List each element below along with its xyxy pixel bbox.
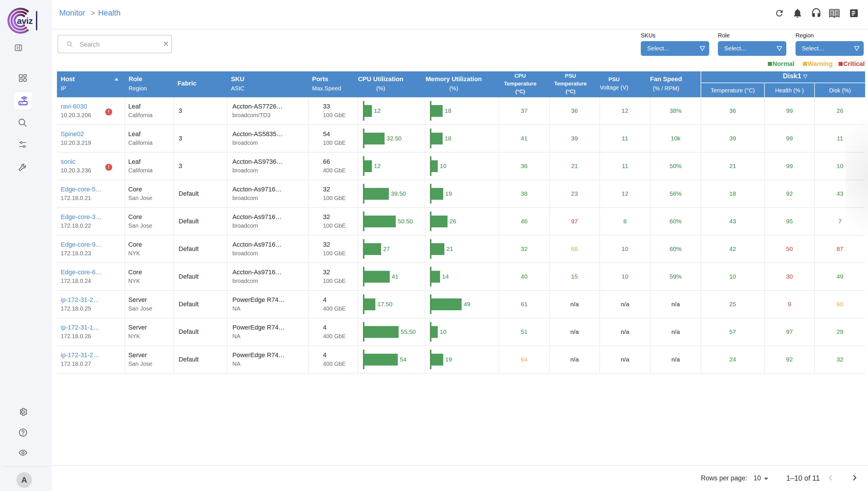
svg-text:aviz: aviz	[17, 16, 33, 26]
